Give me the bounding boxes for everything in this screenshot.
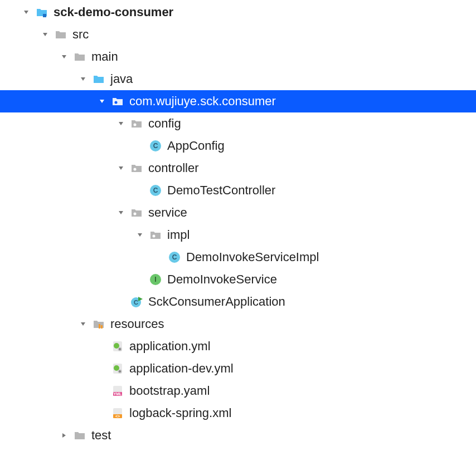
tree-node-impl[interactable]: impl [0, 224, 476, 246]
module-folder-icon [36, 6, 48, 18]
tree-node-application-yml[interactable]: application.yml [0, 335, 476, 357]
expand-icon[interactable] [60, 53, 68, 61]
node-label: application-dev.yml [129, 361, 234, 376]
spring-yml-icon [111, 362, 124, 375]
package-icon [130, 117, 143, 130]
tree-node-root[interactable]: sck-demo-consumer [0, 1, 476, 23]
tree-node-logback-xml[interactable]: logback-spring.xml [0, 402, 476, 424]
node-label: config [148, 116, 181, 131]
node-label: AppConfig [167, 139, 225, 153]
folder-icon [55, 28, 67, 41]
xml-icon [111, 407, 124, 419]
folder-icon [74, 429, 86, 442]
node-label: sck-demo-consumer [54, 5, 173, 19]
package-icon [149, 229, 162, 241]
tree-node-java[interactable]: java [0, 68, 476, 90]
project-tree: sck-demo-consumer src main java com.wuji… [0, 0, 476, 447]
node-label: java [110, 72, 133, 86]
node-label: src [72, 27, 89, 42]
tree-node-resources[interactable]: resources [0, 313, 476, 335]
expand-icon[interactable] [79, 320, 87, 328]
tree-node-src[interactable]: src [0, 23, 476, 46]
tree-node-demotestcontroller[interactable]: DemoTestController [0, 179, 476, 202]
expand-icon[interactable] [60, 432, 68, 439]
package-icon [111, 95, 124, 107]
node-label: DemoInvokeService [167, 272, 277, 287]
tree-node-application-dev-yml[interactable]: application-dev.yml [0, 357, 476, 380]
node-label: impl [167, 228, 190, 242]
node-label: service [148, 205, 187, 220]
yaml-icon [111, 385, 124, 397]
expand-icon[interactable] [136, 231, 144, 239]
node-label: application.yml [129, 339, 211, 354]
node-label: SckConsumerApplication [148, 295, 285, 309]
tree-node-appconfig[interactable]: AppConfig [0, 135, 476, 157]
tree-node-main[interactable]: main [0, 46, 476, 68]
node-label: main [91, 50, 118, 64]
class-icon [149, 140, 162, 152]
expand-icon[interactable] [79, 75, 87, 83]
tree-node-demoinvokeservice[interactable]: DemoInvokeService [0, 268, 476, 291]
class-icon [168, 251, 181, 263]
tree-node-service[interactable]: service [0, 202, 476, 224]
tree-node-controller[interactable]: controller [0, 157, 476, 179]
node-label: logback-spring.xml [129, 406, 231, 420]
node-label: DemoInvokeServiceImpl [186, 250, 319, 264]
expand-icon[interactable] [117, 120, 125, 128]
expand-icon[interactable] [41, 31, 49, 38]
spring-yml-icon [111, 340, 124, 352]
node-label: controller [148, 161, 198, 175]
node-label: bootstrap.yaml [129, 384, 210, 398]
source-folder-icon [93, 73, 105, 85]
class-icon [149, 184, 162, 197]
folder-icon [74, 51, 86, 63]
expand-icon[interactable] [117, 164, 125, 172]
package-icon [130, 162, 143, 174]
expand-icon[interactable] [98, 97, 106, 105]
node-label: DemoTestController [167, 183, 275, 198]
node-label: test [91, 428, 111, 443]
tree-node-bootstrap-yaml[interactable]: bootstrap.yaml [0, 380, 476, 402]
interface-icon [149, 273, 162, 286]
node-label: resources [110, 317, 164, 331]
tree-node-config[interactable]: config [0, 112, 476, 135]
package-icon [130, 207, 143, 219]
resources-folder-icon [93, 318, 105, 330]
tree-node-package-root[interactable]: com.wujiuye.sck.consumer [0, 90, 476, 112]
tree-node-sckconsumerapplication[interactable]: SckConsumerApplication [0, 291, 476, 313]
expand-icon[interactable] [22, 8, 30, 16]
runnable-class-icon [130, 296, 143, 308]
node-label: com.wujiuye.sck.consumer [129, 94, 276, 109]
tree-node-test[interactable]: test [0, 424, 476, 447]
tree-node-demoinvokeserviceimpl[interactable]: DemoInvokeServiceImpl [0, 246, 476, 268]
expand-icon[interactable] [117, 209, 125, 217]
